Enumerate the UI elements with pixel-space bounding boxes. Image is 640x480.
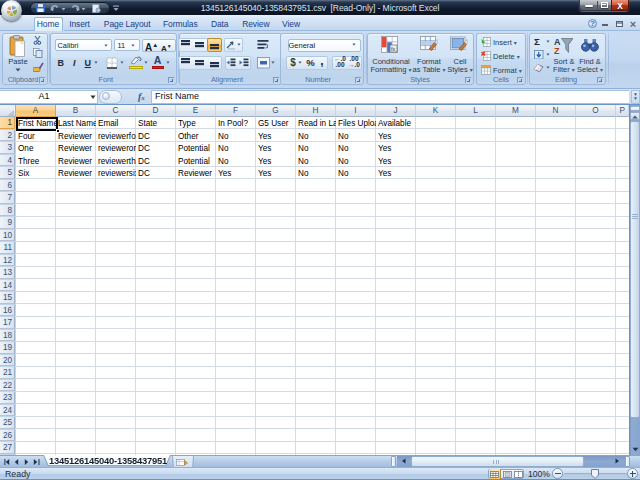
svg-text:Z: Z: [554, 46, 560, 56]
svg-text:fx: fx: [391, 46, 396, 52]
svg-text:A: A: [554, 37, 561, 47]
